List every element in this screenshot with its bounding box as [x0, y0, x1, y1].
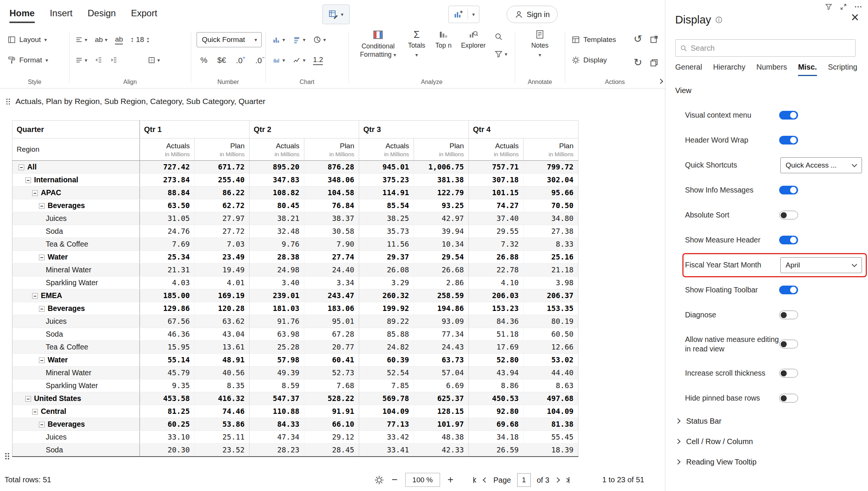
- value-cell[interactable]: 25.28: [250, 341, 304, 354]
- panel-tab-general[interactable]: General: [675, 63, 702, 76]
- table-row-emea[interactable]: EMEA185.00169.19239.01243.47260.32258.59…: [12, 289, 578, 302]
- settings-gear-icon[interactable]: [374, 475, 384, 485]
- value-cell[interactable]: 92.80: [469, 405, 524, 418]
- value-cell[interactable]: 1,006.75: [414, 161, 469, 174]
- value-cell[interactable]: 17.69: [469, 341, 524, 354]
- edit-data-button[interactable]: ▾: [322, 5, 350, 24]
- value-cell[interactable]: 70.50: [524, 199, 578, 212]
- value-cell[interactable]: 9.35: [140, 379, 195, 392]
- value-cell[interactable]: 302.04: [524, 174, 578, 186]
- value-cell[interactable]: 93.25: [414, 199, 469, 212]
- bar-chart-button[interactable]: ▾: [272, 36, 285, 44]
- display-button[interactable]: Display: [572, 56, 607, 64]
- table-row-sparkling-water[interactable]: Sparkling Water9.358.358.597.687.856.698…: [12, 379, 578, 392]
- value-cell[interactable]: 76.84: [304, 199, 359, 212]
- value-cell[interactable]: 74.46: [195, 405, 250, 418]
- horizontal-align-button[interactable]: ▾: [75, 36, 87, 44]
- toggle-visual-context-menu[interactable]: [779, 111, 798, 120]
- tab-home[interactable]: Home: [9, 0, 35, 26]
- value-cell[interactable]: 129.86: [140, 302, 195, 315]
- value-cell[interactable]: 43.04: [195, 328, 250, 341]
- row-label[interactable]: Beverages: [12, 199, 140, 212]
- value-cell[interactable]: 416.32: [195, 392, 250, 405]
- value-cell[interactable]: 63.98: [250, 328, 304, 341]
- value-cell[interactable]: 24.40: [304, 264, 359, 277]
- row-label[interactable]: Beverages: [12, 418, 140, 431]
- tab-export[interactable]: Export: [131, 0, 157, 26]
- value-cell[interactable]: 29.54: [414, 251, 469, 264]
- value-cell[interactable]: 45.79: [140, 367, 195, 379]
- row-label[interactable]: Central: [12, 405, 140, 418]
- increase-indent-button[interactable]: [110, 56, 118, 64]
- value-cell[interactable]: 37.40: [469, 212, 524, 225]
- value-cell[interactable]: 81.25: [140, 405, 195, 418]
- value-cell[interactable]: 10.34: [414, 238, 469, 251]
- toggle-hide-pinned-base-rows[interactable]: [779, 394, 798, 402]
- value-cell[interactable]: 25.11: [195, 431, 250, 444]
- measure-header-plan[interactable]: Planin Millions: [195, 138, 250, 161]
- value-cell[interactable]: 44.40: [524, 367, 578, 379]
- row-label[interactable]: Soda: [12, 328, 140, 341]
- table-row-soda[interactable]: Soda24.7627.7232.4830.5835.7339.9429.552…: [12, 225, 578, 238]
- value-cell[interactable]: 38.25: [359, 212, 414, 225]
- measure-header-plan[interactable]: Planin Millions: [304, 138, 359, 161]
- table-row-apac[interactable]: APAC88.8486.22108.82104.58114.91122.7910…: [12, 186, 578, 199]
- value-cell[interactable]: 48.38: [414, 431, 469, 444]
- vertical-align-button[interactable]: ▾: [75, 56, 87, 64]
- section-reading-view-tooltip[interactable]: Reading View Tooltip: [665, 452, 868, 472]
- row-label[interactable]: Soda: [12, 225, 140, 238]
- percent-format-button[interactable]: %: [200, 56, 208, 65]
- value-cell[interactable]: 727.42: [140, 161, 195, 174]
- value-cell[interactable]: 24.76: [140, 225, 195, 238]
- region-field-header[interactable]: Region: [12, 138, 140, 161]
- value-cell[interactable]: 757.71: [469, 161, 524, 174]
- first-page-button[interactable]: [473, 477, 477, 483]
- value-cell[interactable]: 8.59: [250, 379, 304, 392]
- value-cell[interactable]: 91.91: [304, 405, 359, 418]
- value-cell[interactable]: 206.37: [524, 289, 578, 302]
- dropdown-quick-shortcuts[interactable]: Quick Access ...: [780, 157, 862, 173]
- value-cell[interactable]: 450.53: [469, 392, 524, 405]
- value-cell[interactable]: 307.18: [469, 174, 524, 186]
- value-cell[interactable]: 120.28: [195, 302, 250, 315]
- table-row-international[interactable]: International273.84255.40347.83348.06375…: [12, 174, 578, 186]
- value-cell[interactable]: 85.54: [359, 199, 414, 212]
- collapse-row-icon[interactable]: [32, 409, 38, 415]
- value-cell[interactable]: 25.34: [140, 251, 195, 264]
- value-cell[interactable]: 153.35: [524, 302, 578, 315]
- value-cell[interactable]: 13.61: [195, 341, 250, 354]
- value-cell[interactable]: 258.59: [414, 289, 469, 302]
- value-cell[interactable]: 32.48: [250, 225, 304, 238]
- value-cell[interactable]: 60.50: [524, 328, 578, 341]
- value-cell[interactable]: 169.19: [195, 289, 250, 302]
- value-cell[interactable]: 74.27: [469, 199, 524, 212]
- value-cell[interactable]: 2.86: [414, 277, 469, 289]
- value-cell[interactable]: 23.49: [195, 251, 250, 264]
- format-button[interactable]: Format ▾: [8, 56, 48, 64]
- explorer-button[interactable]: Explorer: [456, 30, 491, 50]
- value-cell[interactable]: 27.72: [195, 225, 250, 238]
- value-cell[interactable]: 29.12: [304, 431, 359, 444]
- row-label[interactable]: International: [12, 174, 140, 186]
- value-cell[interactable]: 8.86: [469, 379, 524, 392]
- value-cell[interactable]: 26.88: [469, 251, 524, 264]
- value-cell[interactable]: 114.91: [359, 186, 414, 199]
- spinner-icon[interactable]: ▴▾: [147, 36, 149, 43]
- drag-handle-icon[interactable]: [6, 98, 11, 105]
- value-cell[interactable]: 47.34: [250, 431, 304, 444]
- table-row-water[interactable]: Water55.1448.9157.9860.4160.3963.7352.80…: [12, 354, 578, 367]
- value-cell[interactable]: 181.03: [250, 302, 304, 315]
- row-label[interactable]: Tea & Coffee: [12, 341, 140, 354]
- table-row-tea-coffee[interactable]: Tea & Coffee7.697.039.767.9011.5610.347.…: [12, 238, 578, 251]
- table-row-central[interactable]: Central81.2574.46110.8891.91104.09128.15…: [12, 405, 578, 418]
- value-cell[interactable]: 62.72: [195, 199, 250, 212]
- zoom-in-button[interactable]: +: [448, 475, 454, 485]
- value-cell[interactable]: 12.66: [524, 341, 578, 354]
- toggle-increase-scroll-thickness[interactable]: [779, 369, 798, 378]
- value-cell[interactable]: 27.97: [195, 212, 250, 225]
- value-cell[interactable]: 497.68: [524, 392, 578, 405]
- value-cell[interactable]: 19.49: [195, 264, 250, 277]
- value-cell[interactable]: 9.76: [250, 238, 304, 251]
- table-row-mineral-water[interactable]: Mineral Water21.3119.4924.9824.4026.0826…: [12, 264, 578, 277]
- value-cell[interactable]: 375.23: [359, 174, 414, 186]
